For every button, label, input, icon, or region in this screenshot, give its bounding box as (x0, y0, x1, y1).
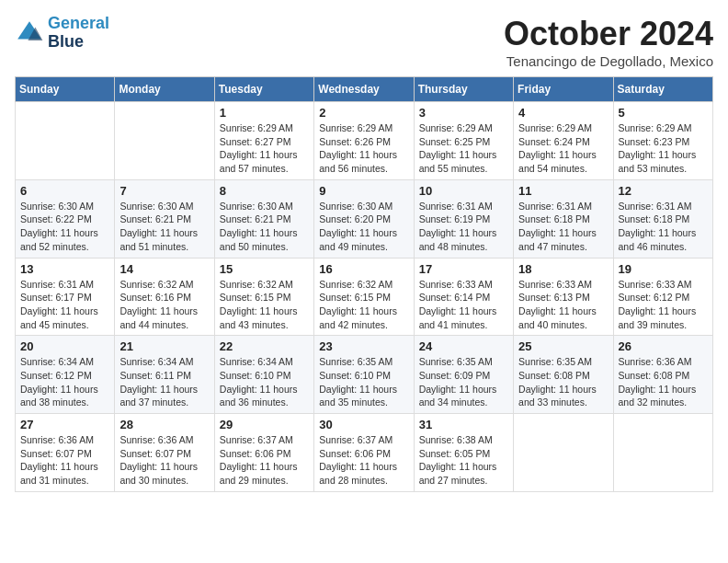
day-number: 15 (220, 262, 309, 276)
day-info: Sunrise: 6:36 AMSunset: 6:07 PMDaylight:… (119, 433, 209, 488)
day-number: 23 (319, 339, 408, 353)
day-number: 31 (419, 418, 508, 431)
day-info: Sunrise: 6:30 AMSunset: 6:21 PMDaylight:… (220, 200, 309, 254)
day-info: Sunrise: 6:38 AMSunset: 6:05 PMDaylight:… (419, 433, 508, 488)
day-info: Sunrise: 6:35 AMSunset: 6:09 PMDaylight:… (419, 355, 508, 409)
day-number: 11 (518, 184, 608, 198)
calendar-cell (115, 102, 214, 180)
title-block: October 2024 Tenancingo de Degollado, Me… (504, 15, 713, 69)
calendar-cell: 25Sunrise: 6:35 AMSunset: 6:08 PMDayligh… (514, 336, 613, 414)
calendar-cell (613, 414, 712, 492)
day-info: Sunrise: 6:30 AMSunset: 6:20 PMDaylight:… (319, 200, 408, 254)
day-info: Sunrise: 6:32 AMSunset: 6:15 PMDaylight:… (319, 278, 408, 332)
day-info: Sunrise: 6:37 AMSunset: 6:06 PMDaylight:… (220, 433, 309, 488)
day-number: 10 (419, 184, 508, 198)
weekday-header: Tuesday (214, 77, 313, 102)
calendar-cell: 24Sunrise: 6:35 AMSunset: 6:09 PMDayligh… (414, 336, 513, 414)
day-info: Sunrise: 6:35 AMSunset: 6:08 PMDaylight:… (518, 355, 608, 409)
day-info: Sunrise: 6:35 AMSunset: 6:10 PMDaylight:… (319, 355, 408, 409)
calendar-week-row: 13Sunrise: 6:31 AMSunset: 6:17 PMDayligh… (16, 258, 713, 336)
day-number: 6 (20, 184, 109, 198)
day-info: Sunrise: 6:33 AMSunset: 6:13 PMDaylight:… (518, 278, 608, 332)
day-info: Sunrise: 6:31 AMSunset: 6:17 PMDaylight:… (20, 278, 109, 332)
calendar-cell: 1Sunrise: 6:29 AMSunset: 6:27 PMDaylight… (214, 102, 313, 180)
calendar-cell: 22Sunrise: 6:34 AMSunset: 6:10 PMDayligh… (214, 336, 313, 414)
calendar-cell: 8Sunrise: 6:30 AMSunset: 6:21 PMDaylight… (214, 179, 313, 258)
calendar-cell (16, 102, 115, 180)
weekday-header: Friday (514, 77, 613, 102)
day-number: 24 (419, 339, 508, 353)
calendar-week-row: 27Sunrise: 6:36 AMSunset: 6:07 PMDayligh… (16, 414, 713, 492)
calendar-cell: 30Sunrise: 6:37 AMSunset: 6:06 PMDayligh… (314, 414, 414, 492)
day-info: Sunrise: 6:36 AMSunset: 6:08 PMDaylight:… (619, 355, 708, 409)
day-number: 9 (319, 184, 408, 198)
day-number: 5 (619, 106, 708, 120)
day-number: 18 (518, 262, 608, 276)
day-number: 22 (220, 339, 309, 353)
day-info: Sunrise: 6:29 AMSunset: 6:24 PMDaylight:… (518, 121, 608, 176)
calendar-cell: 21Sunrise: 6:34 AMSunset: 6:11 PMDayligh… (115, 336, 214, 414)
calendar-table: SundayMondayTuesdayWednesdayThursdayFrid… (15, 76, 713, 492)
weekday-header: Sunday (16, 77, 115, 102)
calendar-cell: 20Sunrise: 6:34 AMSunset: 6:12 PMDayligh… (16, 336, 115, 414)
calendar-cell: 14Sunrise: 6:32 AMSunset: 6:16 PMDayligh… (115, 258, 214, 336)
day-info: Sunrise: 6:34 AMSunset: 6:10 PMDaylight:… (220, 355, 309, 409)
calendar-cell: 2Sunrise: 6:29 AMSunset: 6:26 PMDaylight… (314, 102, 414, 180)
logo-icon (15, 18, 44, 48)
day-info: Sunrise: 6:29 AMSunset: 6:23 PMDaylight:… (619, 121, 708, 176)
calendar-cell: 9Sunrise: 6:30 AMSunset: 6:20 PMDaylight… (314, 179, 414, 258)
calendar-cell: 19Sunrise: 6:33 AMSunset: 6:12 PMDayligh… (613, 258, 712, 336)
day-number: 27 (20, 418, 109, 431)
calendar-cell: 29Sunrise: 6:37 AMSunset: 6:06 PMDayligh… (214, 414, 313, 492)
day-number: 7 (119, 184, 209, 198)
calendar-cell: 27Sunrise: 6:36 AMSunset: 6:07 PMDayligh… (16, 414, 115, 492)
calendar-week-row: 1Sunrise: 6:29 AMSunset: 6:27 PMDaylight… (16, 102, 713, 180)
day-info: Sunrise: 6:31 AMSunset: 6:18 PMDaylight:… (619, 200, 708, 254)
calendar-cell: 10Sunrise: 6:31 AMSunset: 6:19 PMDayligh… (414, 179, 513, 258)
weekday-header: Thursday (414, 77, 513, 102)
calendar-cell: 7Sunrise: 6:30 AMSunset: 6:21 PMDaylight… (115, 179, 214, 258)
day-number: 1 (220, 106, 309, 120)
calendar-cell (514, 414, 613, 492)
logo: General Blue (15, 15, 109, 52)
calendar-cell: 28Sunrise: 6:36 AMSunset: 6:07 PMDayligh… (115, 414, 214, 492)
day-number: 4 (518, 106, 608, 120)
day-info: Sunrise: 6:29 AMSunset: 6:25 PMDaylight:… (419, 121, 508, 176)
day-number: 8 (220, 184, 309, 198)
day-info: Sunrise: 6:33 AMSunset: 6:14 PMDaylight:… (419, 278, 508, 332)
day-number: 17 (419, 262, 508, 276)
calendar-cell: 6Sunrise: 6:30 AMSunset: 6:22 PMDaylight… (16, 179, 115, 258)
day-number: 19 (619, 262, 708, 276)
day-info: Sunrise: 6:36 AMSunset: 6:07 PMDaylight:… (20, 433, 109, 488)
day-number: 13 (20, 262, 109, 276)
calendar-cell: 12Sunrise: 6:31 AMSunset: 6:18 PMDayligh… (613, 179, 712, 258)
day-number: 28 (119, 418, 209, 431)
day-number: 3 (419, 106, 508, 120)
day-number: 2 (319, 106, 408, 120)
day-info: Sunrise: 6:30 AMSunset: 6:22 PMDaylight:… (20, 200, 109, 254)
location: Tenancingo de Degollado, Mexico (504, 53, 713, 69)
page-header: General Blue October 2024 Tenancingo de … (15, 15, 713, 69)
calendar-week-row: 20Sunrise: 6:34 AMSunset: 6:12 PMDayligh… (16, 336, 713, 414)
day-info: Sunrise: 6:30 AMSunset: 6:21 PMDaylight:… (119, 200, 209, 254)
calendar-cell: 17Sunrise: 6:33 AMSunset: 6:14 PMDayligh… (414, 258, 513, 336)
day-number: 30 (319, 418, 408, 431)
calendar-cell: 31Sunrise: 6:38 AMSunset: 6:05 PMDayligh… (414, 414, 513, 492)
day-info: Sunrise: 6:33 AMSunset: 6:12 PMDaylight:… (619, 278, 708, 332)
day-info: Sunrise: 6:29 AMSunset: 6:26 PMDaylight:… (319, 121, 408, 176)
day-info: Sunrise: 6:37 AMSunset: 6:06 PMDaylight:… (319, 433, 408, 488)
calendar-week-row: 6Sunrise: 6:30 AMSunset: 6:22 PMDaylight… (16, 179, 713, 258)
day-info: Sunrise: 6:31 AMSunset: 6:18 PMDaylight:… (518, 200, 608, 254)
calendar-cell: 13Sunrise: 6:31 AMSunset: 6:17 PMDayligh… (16, 258, 115, 336)
calendar-cell: 18Sunrise: 6:33 AMSunset: 6:13 PMDayligh… (514, 258, 613, 336)
calendar-cell: 26Sunrise: 6:36 AMSunset: 6:08 PMDayligh… (613, 336, 712, 414)
day-info: Sunrise: 6:32 AMSunset: 6:16 PMDaylight:… (119, 278, 209, 332)
calendar-cell: 3Sunrise: 6:29 AMSunset: 6:25 PMDaylight… (414, 102, 513, 180)
day-info: Sunrise: 6:34 AMSunset: 6:12 PMDaylight:… (20, 355, 109, 409)
day-info: Sunrise: 6:31 AMSunset: 6:19 PMDaylight:… (419, 200, 508, 254)
calendar-cell: 16Sunrise: 6:32 AMSunset: 6:15 PMDayligh… (314, 258, 414, 336)
day-number: 29 (220, 418, 309, 431)
day-number: 21 (119, 339, 209, 353)
calendar-cell: 15Sunrise: 6:32 AMSunset: 6:15 PMDayligh… (214, 258, 313, 336)
calendar-cell: 4Sunrise: 6:29 AMSunset: 6:24 PMDaylight… (514, 102, 613, 180)
